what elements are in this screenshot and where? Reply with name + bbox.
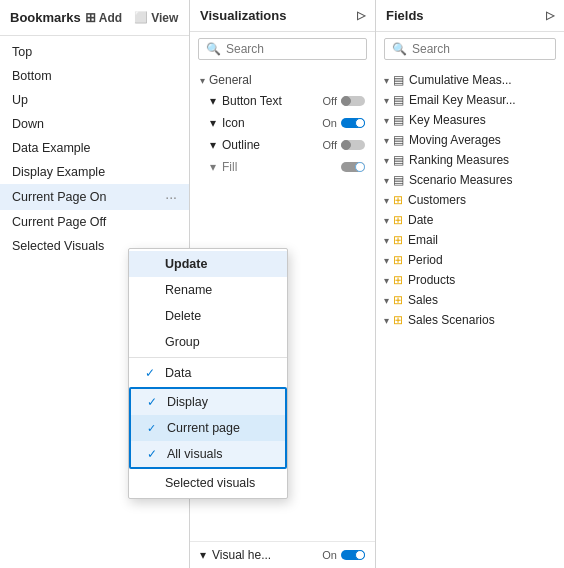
viz-general-label: General	[209, 73, 252, 87]
context-menu-display[interactable]: ✓ Display	[131, 389, 285, 415]
field-item-key-measures[interactable]: ▾ ▤ Key Measures	[376, 110, 564, 130]
viz-button-text-row: ▾ Button Text Off	[190, 90, 375, 112]
field-item-moving-averages[interactable]: ▾ ▤ Moving Averages	[376, 130, 564, 150]
check-icon: ✓	[145, 366, 159, 380]
viz-fill-row: ▾ Fill	[190, 156, 375, 178]
context-menu-current-page[interactable]: ✓ Current page	[131, 415, 285, 441]
context-menu-all-visuals[interactable]: ✓ All visuals	[131, 441, 285, 467]
field-label: Sales Scenarios	[408, 313, 495, 327]
visual-header-toggle[interactable]: On	[322, 549, 365, 561]
check-icon: ✓	[147, 447, 161, 461]
bookmark-item-data-example[interactable]: Data Example	[0, 136, 189, 160]
measure-icon: ▤	[393, 133, 404, 147]
toggle-track[interactable]	[341, 96, 365, 106]
context-menu-overlay: Update Rename Delete Group ✓ Data	[128, 248, 288, 499]
viz-expand-icon[interactable]: ▷	[357, 9, 365, 22]
viz-header: Visualizations ▷	[190, 0, 375, 32]
field-label: Sales	[408, 293, 438, 307]
bookmark-options-dots[interactable]: ···	[165, 189, 177, 205]
measure-icon: ▤	[393, 173, 404, 187]
field-label: Ranking Measures	[409, 153, 509, 167]
viz-title: Visualizations	[200, 8, 286, 23]
bookmark-item-display-example[interactable]: Display Example	[0, 160, 189, 184]
context-menu: Update Rename Delete Group ✓ Data	[128, 248, 288, 499]
field-item-email[interactable]: ▾ ⊞ Email	[376, 230, 564, 250]
viz-general-section: ▾ General ▾ Button Text Off ▾ Icon	[190, 66, 375, 180]
context-menu-delete[interactable]: Delete	[129, 303, 287, 329]
bookmark-item-top[interactable]: Top	[0, 40, 189, 64]
off-label: Off	[323, 95, 337, 107]
field-item-customers[interactable]: ▾ ⊞ Customers	[376, 190, 564, 210]
context-menu-label: Group	[165, 335, 200, 349]
bookmark-item-bottom[interactable]: Bottom	[0, 64, 189, 88]
chevron-icon: ▾	[384, 195, 389, 206]
toggle-thumb	[355, 550, 365, 560]
bookmark-item-down[interactable]: Down	[0, 112, 189, 136]
toggle-track[interactable]	[341, 140, 365, 150]
toggle-thumb	[341, 96, 351, 106]
field-item-sales-scenarios[interactable]: ▾ ⊞ Sales Scenarios	[376, 310, 564, 330]
chevron-icon: ▾	[384, 155, 389, 166]
field-item-email-key[interactable]: ▾ ▤ Email Key Measur...	[376, 90, 564, 110]
fields-expand-icon[interactable]: ▷	[546, 9, 554, 22]
menu-separator	[129, 357, 287, 358]
add-label: Add	[99, 11, 122, 25]
field-item-ranking-measures[interactable]: ▾ ▤ Ranking Measures	[376, 150, 564, 170]
fields-list: ▾ ▤ Cumulative Meas... ▾ ▤ Email Key Mea…	[376, 66, 564, 568]
toggle-thumb	[355, 162, 365, 172]
bookmarks-header: Bookmarks ⊞ Add ⬜ View ✕	[0, 0, 189, 36]
viz-search-box[interactable]: 🔍	[198, 38, 367, 60]
fields-search-input[interactable]	[412, 42, 548, 56]
off-label: Off	[323, 139, 337, 151]
field-label: Products	[408, 273, 455, 287]
plus-icon: ⊞	[85, 10, 96, 25]
field-item-date[interactable]: ▾ ⊞ Date	[376, 210, 564, 230]
context-menu-update[interactable]: Update	[129, 251, 287, 277]
viz-search-input[interactable]	[226, 42, 359, 56]
icon-toggle[interactable]: On	[322, 117, 365, 129]
chevron-icon: ▾	[384, 295, 389, 306]
context-menu-group[interactable]: Group	[129, 329, 287, 355]
fields-header: Fields ▷	[376, 0, 564, 32]
toggle-track[interactable]	[341, 550, 365, 560]
toggle-track[interactable]	[341, 162, 365, 172]
chevron-icon: ▾	[384, 75, 389, 86]
on-label: On	[322, 549, 337, 561]
context-menu-label: Rename	[165, 283, 212, 297]
bookmarks-add-btn[interactable]: ⊞ Add	[81, 8, 126, 27]
field-label: Date	[408, 213, 433, 227]
bookmark-item-current-page-off[interactable]: Current Page Off	[0, 210, 189, 234]
bookmarks-view-btn[interactable]: ⬜ View	[130, 9, 182, 27]
bookmark-label: Selected Visuals	[12, 239, 104, 253]
toggle-track[interactable]	[341, 118, 365, 128]
check-icon: ✓	[147, 395, 161, 409]
measure-icon: ▤	[393, 113, 404, 127]
fields-search-icon: 🔍	[392, 42, 407, 56]
context-menu-label: All visuals	[167, 447, 223, 461]
bookmark-item-up[interactable]: Up	[0, 88, 189, 112]
context-menu-data[interactable]: ✓ Data	[129, 360, 287, 386]
outline-toggle[interactable]: Off	[323, 139, 365, 151]
button-text-toggle[interactable]: Off	[323, 95, 365, 107]
main-panels: Bookmarks ⊞ Add ⬜ View ✕ Top Bottom	[0, 0, 564, 568]
view-label: View	[151, 11, 178, 25]
fields-search-box[interactable]: 🔍	[384, 38, 556, 60]
bookmarks-panel: Bookmarks ⊞ Add ⬜ View ✕ Top Bottom	[0, 0, 190, 568]
bookmark-item-current-page-on[interactable]: Current Page On ···	[0, 184, 189, 210]
chevron-icon: ▾	[384, 135, 389, 146]
field-item-sales[interactable]: ▾ ⊞ Sales	[376, 290, 564, 310]
context-menu-rename[interactable]: Rename	[129, 277, 287, 303]
field-item-scenario-measures[interactable]: ▾ ▤ Scenario Measures	[376, 170, 564, 190]
context-menu-label: Selected visuals	[165, 476, 255, 490]
field-item-cumulative[interactable]: ▾ ▤ Cumulative Meas...	[376, 70, 564, 90]
measure-icon: ▤	[393, 93, 404, 107]
context-menu-label: Display	[167, 395, 208, 409]
fill-toggle[interactable]	[341, 162, 365, 172]
fill-label: Fill	[222, 160, 237, 174]
bookmark-label: Current Page On	[12, 190, 107, 204]
viz-general-header[interactable]: ▾ General	[190, 70, 375, 90]
field-item-products[interactable]: ▾ ⊞ Products	[376, 270, 564, 290]
view-icon: ⬜	[134, 11, 148, 24]
context-menu-selected-visuals[interactable]: Selected visuals	[129, 470, 287, 496]
field-item-period[interactable]: ▾ ⊞ Period	[376, 250, 564, 270]
